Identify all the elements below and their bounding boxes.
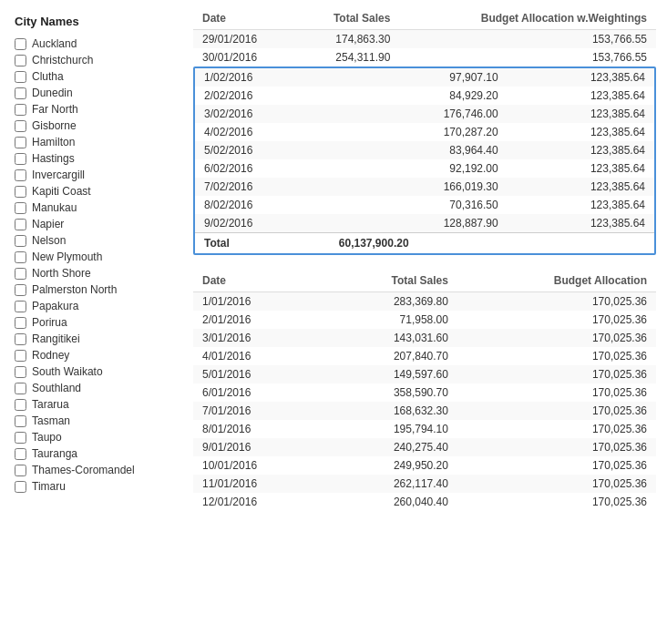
sidebar-item-taupo[interactable]: Taupo xyxy=(7,429,190,445)
sidebar-item-palmerston-north[interactable]: Palmerston North xyxy=(7,281,190,298)
sidebar-checkbox-12[interactable] xyxy=(15,235,26,247)
sidebar-item-papakura[interactable]: Papakura xyxy=(7,298,190,314)
table1-cell-3-2: 123,385.64 xyxy=(508,123,654,141)
sidebar-checkbox-5[interactable] xyxy=(15,120,26,132)
sidebar-checkbox-22[interactable] xyxy=(15,399,26,411)
sidebar-label-17: Porirua xyxy=(32,316,67,329)
table2-header-budget: Budget Allocation xyxy=(457,270,656,292)
sidebar-checkbox-27[interactable] xyxy=(15,481,26,493)
table2-cell-2-1: 143,031.60 xyxy=(323,329,457,347)
table2-row-6: 7/01/2016168,632.30170,025.36 xyxy=(193,402,656,420)
sidebar-item-invercargill[interactable]: Invercargill xyxy=(7,167,190,183)
table1-cell-8-2: 123,385.64 xyxy=(508,214,654,233)
sidebar-item-gisborne[interactable]: Gisborne xyxy=(7,118,190,134)
table1-main: 1/02/201697,907.10123,385.642/02/201684,… xyxy=(195,68,654,253)
table2-row-11: 12/01/2016260,040.40170,025.36 xyxy=(193,493,656,511)
sidebar-item-north-shore[interactable]: North Shore xyxy=(7,265,190,281)
sidebar-item-christchurch[interactable]: Christchurch xyxy=(7,52,190,68)
sidebar-item-kapiti-coast[interactable]: Kapiti Coast xyxy=(7,183,190,199)
sidebar-item-auckland[interactable]: Auckland xyxy=(7,36,190,52)
table2-cell-8-0: 9/01/2016 xyxy=(193,438,323,456)
table2-cell-11-1: 260,040.40 xyxy=(323,493,457,511)
sidebar-checkbox-20[interactable] xyxy=(15,366,26,378)
table1-row-5: 6/02/201692,192.00123,385.64 xyxy=(195,159,654,178)
table1-partial-cell-0-2: 153,766.55 xyxy=(399,30,656,49)
table1-cell-5-2: 123,385.64 xyxy=(508,159,654,178)
table1-cell-2-2: 123,385.64 xyxy=(508,105,654,123)
sidebar-item-thames-coromandel[interactable]: Thames-Coromandel xyxy=(7,462,190,478)
table2-cell-4-1: 149,597.60 xyxy=(323,365,457,383)
sidebar-checkbox-2[interactable] xyxy=(15,71,26,83)
main-container: City Names AucklandChristchurchCluthaDun… xyxy=(0,0,667,644)
table2-cell-3-2: 170,025.36 xyxy=(457,347,656,365)
sidebar-item-timaru[interactable]: Timaru xyxy=(7,478,190,495)
table1-partial: Date Total Sales Budget Allocation w.Wei… xyxy=(193,7,656,66)
sidebar-checkbox-18[interactable] xyxy=(15,333,26,345)
sidebar-item-manukau[interactable]: Manukau xyxy=(7,199,190,216)
table1-row-6: 7/02/2016166,019.30123,385.64 xyxy=(195,178,654,196)
sidebar-item-southland[interactable]: Southland xyxy=(7,380,190,396)
sidebar-item-south-waikato[interactable]: South Waikato xyxy=(7,363,190,380)
sidebar-item-rangitikei[interactable]: Rangitikei xyxy=(7,331,190,347)
sidebar-label-26: Thames-Coromandel xyxy=(32,464,135,476)
table2-container: Date Total Sales Budget Allocation 1/01/… xyxy=(193,270,656,511)
sidebar-checkbox-6[interactable] xyxy=(15,137,26,148)
table2-cell-0-2: 170,025.36 xyxy=(457,292,656,312)
sidebar-checkbox-23[interactable] xyxy=(15,415,26,427)
sidebar-checkbox-1[interactable] xyxy=(15,55,26,66)
sidebar-checkbox-15[interactable] xyxy=(15,284,26,296)
sidebar-item-far-north[interactable]: Far North xyxy=(7,101,190,118)
table2-cell-9-0: 10/01/2016 xyxy=(193,456,323,475)
table1-cell-0-0: 1/02/2016 xyxy=(195,68,330,87)
sidebar-checkbox-26[interactable] xyxy=(15,465,26,476)
sidebar-checkbox-24[interactable] xyxy=(15,432,26,444)
table2-cell-8-1: 240,275.40 xyxy=(323,438,457,456)
sidebar-checkbox-10[interactable] xyxy=(15,202,26,214)
table1-total-row: Total 60,137,900.20 xyxy=(195,233,654,254)
sidebar-item-tararua[interactable]: Tararua xyxy=(7,396,190,413)
sidebar-label-4: Far North xyxy=(32,103,78,116)
table1-cell-2-1: 176,746.00 xyxy=(330,105,508,123)
sidebar-item-dunedin[interactable]: Dunedin xyxy=(7,85,190,101)
sidebar-checkbox-25[interactable] xyxy=(15,448,26,460)
table1-cell-1-2: 123,385.64 xyxy=(508,87,654,105)
sidebar-checkbox-21[interactable] xyxy=(15,383,26,394)
sidebar-item-napier[interactable]: Napier xyxy=(7,216,190,232)
sidebar-checkbox-7[interactable] xyxy=(15,153,26,165)
sidebar-item-porirua[interactable]: Porirua xyxy=(7,314,190,331)
table1-cell-4-2: 123,385.64 xyxy=(508,141,654,159)
total-sales: 60,137,900.20 xyxy=(330,233,508,254)
table1-partial-cell-0-0: 29/01/2016 xyxy=(193,30,295,49)
sidebar-checkbox-16[interactable] xyxy=(15,301,26,312)
sidebar-item-tasman[interactable]: Tasman xyxy=(7,413,190,429)
sidebar-item-rodney[interactable]: Rodney xyxy=(7,347,190,363)
sidebar-item-new-plymouth[interactable]: New Plymouth xyxy=(7,249,190,265)
sidebar-checkbox-3[interactable] xyxy=(15,87,26,99)
sidebar-checkbox-13[interactable] xyxy=(15,251,26,263)
sidebar-checkbox-4[interactable] xyxy=(15,104,26,116)
sidebar-item-hamilton[interactable]: Hamilton xyxy=(7,134,190,150)
sidebar-checkbox-14[interactable] xyxy=(15,268,26,280)
sidebar-label-7: Hastings xyxy=(32,152,75,165)
sidebar-item-hastings[interactable]: Hastings xyxy=(7,150,190,167)
sidebar-checkbox-19[interactable] xyxy=(15,350,26,362)
sidebar-checkbox-9[interactable] xyxy=(15,186,26,198)
table2-row-7: 8/01/2016195,794.10170,025.36 xyxy=(193,420,656,438)
sidebar-checkbox-11[interactable] xyxy=(15,219,26,230)
sidebar-item-tauranga[interactable]: Tauranga xyxy=(7,445,190,462)
sidebar-checkbox-17[interactable] xyxy=(15,317,26,329)
table2-cell-3-0: 4/01/2016 xyxy=(193,347,323,365)
table1-cell-3-0: 4/02/2016 xyxy=(195,123,330,141)
table2-cell-10-2: 170,025.36 xyxy=(457,475,656,493)
table1-highlighted: 1/02/201697,907.10123,385.642/02/201684,… xyxy=(193,66,656,255)
sidebar-item-nelson[interactable]: Nelson xyxy=(7,232,190,249)
table1-row-1: 2/02/201684,929.20123,385.64 xyxy=(195,87,654,105)
table2-cell-7-0: 8/01/2016 xyxy=(193,420,323,438)
total-budget xyxy=(508,233,654,254)
sidebar-checkbox-0[interactable] xyxy=(15,38,26,50)
sidebar-checkbox-8[interactable] xyxy=(15,169,26,181)
table1-partial-cell-1-0: 30/01/2016 xyxy=(193,48,295,66)
sidebar-item-clutha[interactable]: Clutha xyxy=(7,68,190,85)
table2-cell-11-2: 170,025.36 xyxy=(457,493,656,511)
table1-partial-cell-1-1: 254,311.90 xyxy=(295,48,400,66)
